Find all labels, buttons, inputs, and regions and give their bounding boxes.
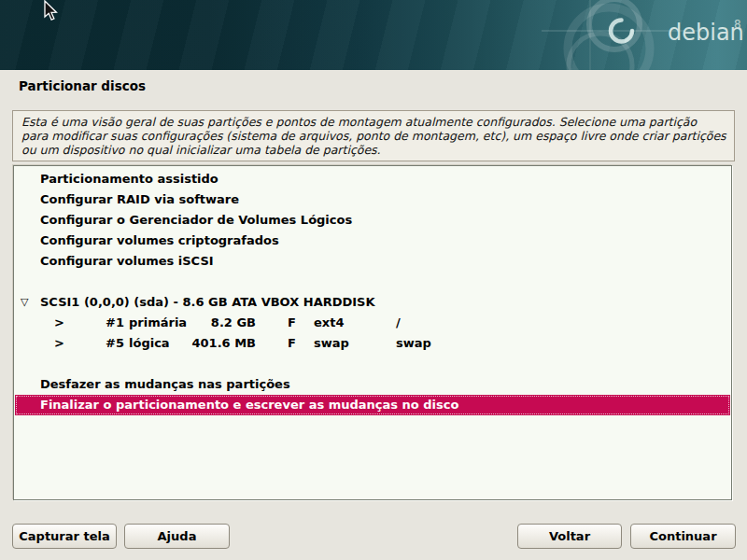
menu-item-label: Finalizar o particionamento e escrever a… [40,395,458,415]
disk-row-sda[interactable]: ▽ SCSI1 (0,0,0) (sda) - 8.6 GB ATA VBOX … [15,292,730,313]
continue-button[interactable]: Continuar [630,524,736,549]
empty-row [15,272,730,292]
debian-version: 8 [734,18,741,31]
help-button[interactable]: Ajuda [124,524,230,549]
menu-item-label: Configurar o Gerenciador de Volumes Lógi… [40,210,352,231]
expander-collapsed-icon[interactable]: > [54,313,64,333]
menu-item-undo-changes[interactable]: Desfazer as mudanças nas partições [15,374,730,395]
menu-item-label: Desfazer as mudanças nas partições [40,374,290,395]
partition-format-flag: F [288,313,296,333]
partition-list[interactable]: Particionamento assistido Configurar RAI… [13,165,732,500]
mouse-cursor [43,0,60,22]
menu-item-label: Configurar volumes iSCSI [40,251,214,272]
partition-number: #1 [106,313,124,333]
partition-mountpoint: swap [396,333,431,354]
partition-size: 401.6 MB [155,333,256,354]
menu-item-label: Configurar RAID via software [40,189,239,210]
debian-wordmark: debian [668,20,744,46]
partition-filesystem: ext4 [314,313,344,333]
menu-item-guided-partitioning[interactable]: Particionamento assistido [15,169,730,189]
page-title: Particionar discos [19,78,146,93]
back-button[interactable]: Voltar [517,524,622,549]
partition-size: 8.2 GB [155,313,256,333]
partition-list-rows: Particionamento assistido Configurar RAI… [15,167,730,498]
disk-label: SCSI1 (0,0,0) (sda) - 8.6 GB ATA VBOX HA… [40,292,375,313]
empty-row [15,354,730,374]
partition-row-5[interactable]: > #5 lógica 401.6 MB F swap swap [15,333,730,354]
menu-item-configure-encrypted[interactable]: Configurar volumes criptografados [15,231,730,251]
menu-item-configure-lvm[interactable]: Configurar o Gerenciador de Volumes Lógi… [15,210,730,231]
menu-item-label: Configurar volumes criptografados [40,231,279,251]
menu-item-label: Particionamento assistido [40,169,218,189]
partition-row-1[interactable]: > #1 primária 8.2 GB F ext4 / [15,313,730,333]
header-banner: debian 8 [0,0,747,70]
menu-item-finish-partitioning[interactable]: Finalizar o particionamento e escrever a… [15,395,730,415]
partition-filesystem: swap [314,333,349,354]
expander-collapsed-icon[interactable]: > [54,333,64,354]
expander-open-icon[interactable]: ▽ [21,292,28,313]
partition-format-flag: F [288,333,296,354]
description-box: Esta é uma visão geral de suas partições… [12,110,735,161]
description-text: Esta é uma visão geral de suas partições… [21,115,726,157]
partition-number: #5 [106,333,124,354]
menu-item-configure-raid[interactable]: Configurar RAID via software [15,189,730,210]
menu-item-configure-iscsi[interactable]: Configurar volumes iSCSI [15,251,730,272]
debian-logo: debian 8 [542,0,747,70]
screenshot-button[interactable]: Capturar tela [12,524,117,549]
partition-mountpoint: / [396,313,401,333]
